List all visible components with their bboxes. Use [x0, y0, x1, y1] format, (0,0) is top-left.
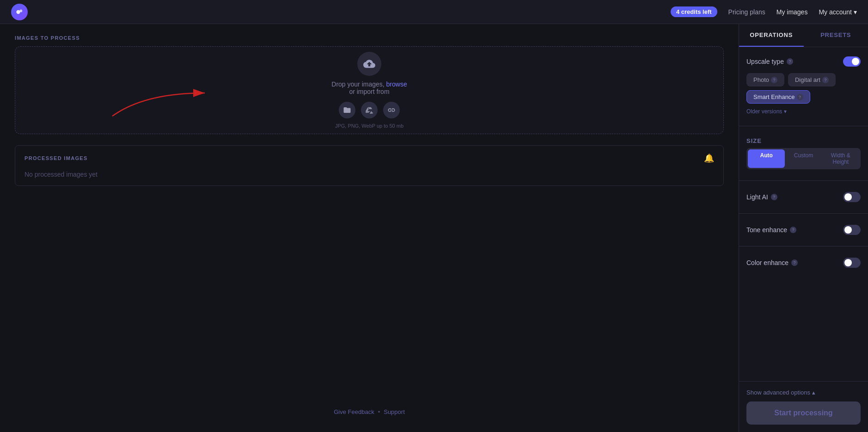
tone-enhance-toggle[interactable]: [843, 225, 861, 235]
main-content: IMAGES TO PROCESS: [0, 24, 739, 432]
svg-point-1: [19, 9, 22, 12]
tab-presets[interactable]: PRESETS: [804, 24, 868, 47]
size-custom-button[interactable]: Custom: [785, 149, 822, 168]
tab-operations[interactable]: OPERATIONS: [739, 24, 804, 47]
type-buttons: Photo ? Digital art ? Smart Enhance ?: [746, 73, 861, 104]
footer-separator: •: [378, 408, 380, 415]
import-folder-button[interactable]: [339, 102, 355, 118]
color-enhance-info-icon[interactable]: ?: [791, 259, 798, 266]
show-advanced-options-link[interactable]: Show advanced options ▴: [746, 389, 861, 396]
notification-bell-icon[interactable]: 🔔: [704, 153, 714, 163]
light-ai-label: Light AI ?: [746, 193, 777, 201]
color-enhance-label: Color enhance ?: [746, 259, 798, 266]
red-arrow-annotation: [108, 84, 209, 121]
sidebar-body: Upscale type ? Photo ? Digital art ?: [739, 47, 868, 381]
support-link[interactable]: Support: [384, 408, 405, 415]
size-label: Size: [746, 137, 861, 144]
sidebar: OPERATIONS PRESETS Upscale type ? Photo: [739, 24, 868, 432]
digital-art-info-icon[interactable]: ?: [822, 77, 829, 83]
color-enhance-row: Color enhance ?: [746, 258, 861, 268]
footer: Give Feedback • Support: [15, 403, 724, 421]
images-to-process-section: IMAGES TO PROCESS: [15, 35, 724, 134]
tone-enhance-row: Tone enhance ?: [746, 225, 861, 235]
tone-enhance-info-icon[interactable]: ?: [790, 227, 796, 233]
color-enhance-toggle[interactable]: [843, 258, 861, 268]
processed-section-title: PROCESSED IMAGES: [24, 155, 88, 161]
type-digital-art-button[interactable]: Digital art ?: [788, 73, 836, 86]
my-images-link[interactable]: My images: [776, 8, 808, 16]
chevron-up-icon: ▴: [812, 389, 815, 396]
upscale-type-label: Upscale type ?: [746, 58, 793, 65]
link-icon: [387, 106, 396, 114]
footer-links: Give Feedback • Support: [15, 403, 724, 421]
folder-icon: [343, 106, 351, 114]
header-nav: 4 credits left Pricing plans My images M…: [671, 6, 857, 17]
import-icons: [339, 102, 400, 118]
my-account-menu[interactable]: My account ▾: [819, 8, 857, 16]
tone-enhance-label: Tone enhance ?: [746, 226, 796, 234]
upscale-type-buttons-container: Photo ? Digital art ? Smart Enhance ?: [746, 73, 861, 115]
pricing-plans-link[interactable]: Pricing plans: [728, 8, 765, 16]
start-processing-button[interactable]: Start processing: [746, 401, 861, 425]
upscale-type-section: Upscale type ? Photo ? Digital art ?: [746, 56, 861, 115]
logo[interactable]: [11, 4, 28, 20]
import-drive-button[interactable]: [361, 102, 378, 118]
older-versions-link[interactable]: Older versions ▾: [746, 108, 861, 115]
drop-hint: JPG, PNG, WebP up to 50 mb: [335, 123, 403, 129]
main-layout: IMAGES TO PROCESS: [0, 24, 868, 432]
light-ai-toggle[interactable]: [843, 192, 861, 202]
drive-icon: [365, 106, 373, 114]
light-ai-row: Light AI ?: [746, 192, 861, 202]
smart-enhance-info-icon[interactable]: ?: [797, 94, 803, 100]
my-account-label: My account: [819, 8, 852, 16]
size-auto-button[interactable]: Auto: [748, 149, 785, 168]
sidebar-tabs: OPERATIONS PRESETS: [739, 24, 868, 47]
upscale-type-row: Upscale type ?: [746, 56, 861, 67]
header: 4 credits left Pricing plans My images M…: [0, 0, 868, 24]
drop-text: Drop your images, browse or import from: [331, 80, 407, 95]
size-section: Size Auto Custom Width & Height: [746, 137, 861, 169]
type-photo-button[interactable]: Photo ?: [746, 73, 784, 86]
images-section-title: IMAGES TO PROCESS: [15, 35, 724, 41]
chevron-down-icon: ▾: [784, 108, 787, 115]
drop-zone[interactable]: Drop your images, browse or import from: [15, 46, 724, 134]
browse-link[interactable]: browse: [386, 80, 407, 88]
size-buttons: Auto Custom Width & Height: [746, 148, 861, 169]
divider-2: [739, 180, 868, 181]
import-url-button[interactable]: [383, 102, 400, 118]
light-ai-info-icon[interactable]: ?: [771, 194, 777, 200]
processed-images-section: PROCESSED IMAGES 🔔 No processed images y…: [15, 145, 724, 186]
size-width-height-button[interactable]: Width & Height: [822, 149, 859, 168]
chevron-down-icon: ▾: [854, 8, 857, 16]
feedback-link[interactable]: Give Feedback: [334, 408, 374, 415]
upload-icon-circle: [357, 52, 381, 76]
photo-info-icon[interactable]: ?: [771, 77, 777, 83]
sidebar-footer: Show advanced options ▴ Start processing: [739, 381, 868, 432]
credits-badge: 4 credits left: [671, 6, 717, 17]
no-processed-text: No processed images yet: [24, 171, 714, 178]
svg-point-0: [16, 10, 20, 13]
divider-1: [739, 126, 868, 126]
processed-header: PROCESSED IMAGES 🔔: [24, 153, 714, 163]
upscale-type-info-icon[interactable]: ?: [787, 58, 793, 65]
type-smart-enhance-button[interactable]: Smart Enhance ?: [746, 90, 810, 104]
upload-icon: [363, 58, 375, 70]
divider-3: [739, 213, 868, 214]
upscale-type-toggle[interactable]: [843, 56, 861, 67]
divider-4: [739, 246, 868, 247]
